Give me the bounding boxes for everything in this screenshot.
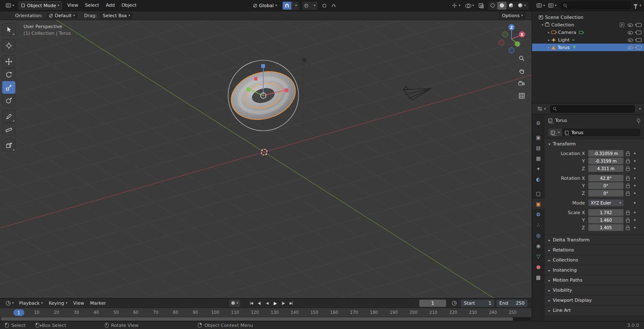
rotation-x-field[interactable]: 42.8° <box>588 175 623 181</box>
hide-in-viewport-icon[interactable] <box>627 45 633 50</box>
properties-tab-constraints[interactable]: ◉ <box>532 241 545 251</box>
tool-annotate-button[interactable] <box>3 110 15 122</box>
jump-to-end-button[interactable]: ▶| <box>288 300 295 307</box>
drag-dropdown[interactable]: Select Box ▾ <box>100 12 133 19</box>
menu-view[interactable]: View <box>64 1 81 10</box>
outliner-row-light[interactable]: ▸Light <box>532 36 644 44</box>
properties-tab-view-layer[interactable]: ▦ <box>532 153 545 163</box>
outliner-row-collection[interactable]: ▾Collection✓ <box>532 21 644 28</box>
snap-toggle-button[interactable] <box>283 2 291 10</box>
axis-y-neg-ball[interactable] <box>503 32 508 37</box>
snap-target-dropdown[interactable]: ▾ <box>310 2 318 10</box>
show-gizmos-dropdown[interactable]: ▾ <box>449 1 463 10</box>
show-overlays-dropdown[interactable]: ▾ <box>463 1 477 10</box>
play-button[interactable]: ▶ <box>272 300 279 307</box>
lock-icon[interactable] <box>626 220 630 223</box>
properties-tab-material[interactable]: ● <box>532 262 545 272</box>
animate-dot-icon[interactable] <box>634 219 636 221</box>
outliner-editor-type-button[interactable]: ▾ <box>535 1 547 10</box>
animate-dot-icon[interactable] <box>634 212 636 213</box>
expand-arrow-icon[interactable]: ▸ <box>546 46 551 49</box>
frame-start-field[interactable]: Start 1 <box>461 300 494 307</box>
animate-dot-icon[interactable] <box>634 227 636 228</box>
snap-settings-dropdown[interactable]: ▾ <box>291 2 299 10</box>
options-dropdown[interactable]: Options ▾ <box>499 12 526 19</box>
motion-paths-panel-header[interactable]: ▸Motion Paths <box>545 275 644 285</box>
menu-add[interactable]: Add <box>102 1 118 10</box>
camera-view-button[interactable] <box>518 81 525 87</box>
menu-select[interactable]: Select <box>81 1 102 10</box>
current-frame-field[interactable]: 1 <box>419 300 446 307</box>
properties-tab-modifiers[interactable]: ⚙ <box>532 209 545 220</box>
hide-in-viewport-icon[interactable] <box>627 37 633 42</box>
orientation-dropdown[interactable]: Global ▾ <box>251 1 280 10</box>
properties-tab-output[interactable]: ▤ <box>532 142 545 153</box>
zoom-button[interactable] <box>519 55 525 63</box>
location-z-field[interactable]: 4.311 m <box>588 165 623 172</box>
scrollbar-thumb[interactable] <box>1 317 513 321</box>
preview-range-button[interactable] <box>450 301 458 306</box>
relations-panel-header[interactable]: ▸Relations <box>545 245 644 255</box>
gizmo-plane-handle[interactable] <box>254 77 257 80</box>
frame-end-field[interactable]: End 250 <box>496 300 527 307</box>
scale-y-field[interactable]: 1.460 <box>588 217 623 223</box>
properties-tab-object[interactable]: ▣ <box>532 199 545 209</box>
camera-object[interactable] <box>403 86 431 100</box>
properties-tab-scene[interactable]: ✦ <box>532 163 545 174</box>
disable-in-renders-icon[interactable] <box>636 31 641 34</box>
hide-in-viewport-icon[interactable] <box>627 22 633 27</box>
previous-keyframe-button[interactable]: ◀| <box>256 300 263 307</box>
properties-editor-type-button[interactable]: ▾ <box>535 105 548 113</box>
delta-transform-panel-header[interactable]: ▸Delta Transform <box>545 235 644 245</box>
properties-tab-render[interactable]: ▣ <box>532 132 545 142</box>
navigation-gizmo[interactable]: Z X <box>496 23 528 57</box>
lock-icon[interactable] <box>626 212 630 215</box>
collection-checkbox[interactable]: ✓ <box>620 23 624 27</box>
current-frame-indicator[interactable]: 1 <box>13 309 24 316</box>
collections-panel-header[interactable]: ▸Collections <box>545 255 644 265</box>
properties-options-chevron[interactable]: ▾ <box>639 107 641 111</box>
play-reverse-button[interactable]: ◀ <box>264 300 271 307</box>
menu-keying[interactable]: Keying▾ <box>46 301 70 306</box>
tool-measure-button[interactable] <box>3 123 15 135</box>
line-art-panel-header[interactable]: ▸Line Art <box>545 306 644 315</box>
properties-tab-collection[interactable]: ▢ <box>532 188 545 199</box>
jump-to-start-button[interactable]: |◀ <box>248 300 255 307</box>
rotation-z-field[interactable]: 0° <box>588 190 623 197</box>
properties-tab-physics[interactable]: ◎ <box>532 230 545 241</box>
tool-select-box-button[interactable] <box>3 23 15 36</box>
next-keyframe-button[interactable]: |▶ <box>280 300 287 307</box>
rotation-y-field[interactable]: 0° <box>588 182 623 189</box>
properties-search-input[interactable] <box>557 106 633 111</box>
animate-dot-icon[interactable] <box>634 153 636 154</box>
location-y-field[interactable]: -0.3199 m <box>588 158 623 164</box>
snap-target-button[interactable] <box>302 2 310 10</box>
animate-dot-icon[interactable] <box>634 160 636 162</box>
menu-playback[interactable]: Playback▾ <box>16 301 46 306</box>
menu-marker[interactable]: Marker <box>87 301 109 306</box>
outliner-searchbox[interactable] <box>561 2 631 9</box>
tool-cursor-button[interactable] <box>3 39 15 52</box>
tool-move-button[interactable] <box>3 55 15 67</box>
rotation-mode-field[interactable]: XYZ Euler▾ <box>588 199 623 206</box>
properties-tab-world[interactable]: ◐ <box>532 174 545 184</box>
tool-rotate-button[interactable] <box>3 68 15 80</box>
animate-dot-icon[interactable] <box>634 177 636 179</box>
viewport-display-panel-header[interactable]: ▸Viewport Display <box>545 295 644 305</box>
auto-keying-record-icon[interactable] <box>231 301 235 305</box>
gizmo-z-handle[interactable] <box>261 64 265 68</box>
editor-type-button[interactable]: ▾ <box>3 1 17 10</box>
outliner-row-scene-collection[interactable]: Scene Collection <box>532 13 644 21</box>
timeline-editor-type-button[interactable]: ▾ <box>3 299 16 307</box>
disable-in-renders-icon[interactable] <box>636 46 641 49</box>
toggle-xray-button[interactable] <box>476 1 486 10</box>
lock-icon[interactable] <box>626 193 630 196</box>
location-x-field[interactable]: -0.31059 m <box>588 150 623 157</box>
animate-dot-icon[interactable] <box>634 202 636 204</box>
disable-in-renders-icon[interactable] <box>636 38 641 42</box>
properties-tab-particles[interactable]: ∴ <box>532 220 545 230</box>
pan-button[interactable] <box>519 68 525 75</box>
lock-icon[interactable] <box>626 178 630 181</box>
outliner-row-torus[interactable]: ▸Torus <box>532 44 644 51</box>
viewport-3d[interactable]: User Perspective (1) Collection | Torus <box>0 20 532 298</box>
